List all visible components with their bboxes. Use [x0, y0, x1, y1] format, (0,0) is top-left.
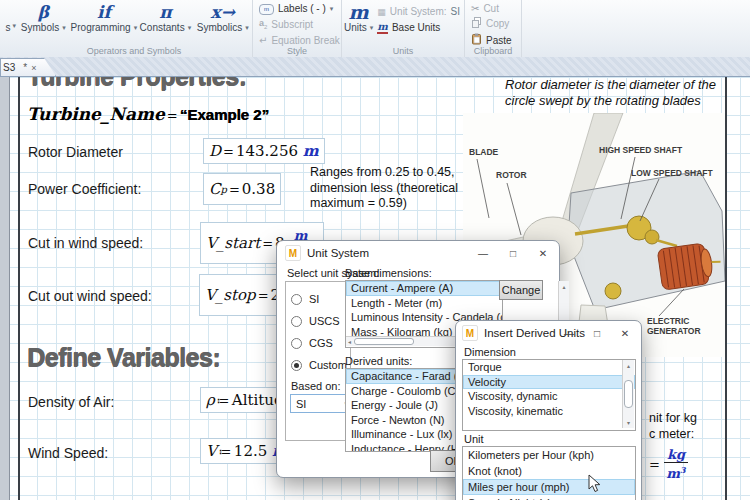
group-style: m Labels ( - ) ▾ a2 Subscript ↵ Equation…	[253, 0, 342, 57]
list-item[interactable]: Speed of light (c)	[463, 495, 635, 500]
maximize-icon[interactable]: □	[583, 321, 611, 345]
density-label[interactable]: Density of Air:	[28, 394, 114, 410]
radio-icon	[291, 338, 302, 349]
electric-generator-label2: GENERATOR	[647, 326, 701, 336]
scrollbar-thumb[interactable]	[354, 338, 414, 345]
list-item[interactable]: Viscosity, dynamic	[463, 389, 635, 404]
power-coefficient-expression[interactable]: Cp=0.38	[203, 173, 281, 205]
chevron-down-icon: ▾	[370, 22, 374, 34]
group-units: m Units▾ ▦ Unit System: SI m Base Units …	[342, 0, 465, 57]
radio-icon	[291, 294, 302, 305]
mathcad-window: s ▾ β Symbols▾ if Programming▾ π Constan…	[0, 0, 750, 500]
unit-system-icon: ▦	[377, 6, 386, 18]
turbine-name-expression[interactable]: Turbine_Name=“Example 2”	[27, 104, 269, 124]
change-button[interactable]: Change	[499, 280, 543, 300]
gearbox-gear-small	[645, 230, 659, 244]
units-button[interactable]: m Units▾	[342, 0, 375, 34]
group-label: Operators and Symbols	[16, 46, 252, 56]
programming-button[interactable]: if Programming▾	[71, 0, 138, 34]
list-item[interactable]: Current - Ampere (A)	[346, 281, 502, 296]
dimension-list-scrollbar[interactable]: ▴ ▾	[622, 360, 634, 428]
partial-button-label: s	[5, 22, 10, 33]
minimize-icon[interactable]: —	[469, 241, 497, 265]
list-item[interactable]: Torque	[463, 360, 635, 375]
scissors-icon: ✂	[471, 3, 479, 15]
copy-icon	[471, 17, 482, 31]
chevron-down-icon: ▾	[62, 22, 66, 34]
mouse-cursor	[588, 474, 601, 493]
tab-close-icon[interactable]: ×	[31, 63, 36, 73]
unit-system-indicator: ▦ Unit System: SI	[377, 6, 460, 18]
wind-speed-label[interactable]: Wind Speed:	[28, 445, 108, 461]
group-clipboard: ✂ Cut Copy Paste Clipboard	[465, 0, 522, 57]
density-unit-expression[interactable]: = kg m3	[647, 448, 688, 481]
cut-out-label[interactable]: Cut out wind speed:	[28, 288, 152, 304]
radio-si[interactable]: SI	[291, 293, 319, 305]
page-border-left	[18, 57, 20, 500]
ribbon-partial-button[interactable]: s ▾	[0, 0, 16, 33]
scroll-down-icon[interactable]: ▾	[627, 419, 630, 426]
rotor-diameter-label[interactable]: Rotor Diameter	[28, 144, 123, 160]
constants-button[interactable]: π Constants▾	[137, 0, 193, 34]
rotor-diameter-note[interactable]: Rotor diameter is the diameter of the ci…	[505, 77, 716, 109]
base-units-button[interactable]: m Base Units	[377, 22, 460, 34]
radio-cgs[interactable]: CGS	[291, 337, 333, 349]
copy-button[interactable]: Copy	[471, 17, 512, 31]
list-item[interactable]: Velocity	[463, 375, 635, 390]
list-item[interactable]: Length - Meter (m)	[346, 296, 502, 311]
chevron-down-icon: ▾	[188, 22, 192, 34]
mathcad-app-icon: M	[462, 325, 478, 341]
low-speed-shaft-label: LOW SPEED SHAFT	[631, 168, 714, 178]
blade-label: BLADE	[469, 147, 499, 157]
close-icon[interactable]: ✕	[529, 241, 557, 265]
yaw-gear	[605, 283, 621, 299]
ribbon: s ▾ β Symbols▾ if Programming▾ π Constan…	[0, 0, 750, 58]
page-border-right	[725, 57, 727, 500]
subscript-icon: a2	[259, 17, 267, 33]
modified-indicator: *	[23, 62, 27, 73]
list-item[interactable]: Miles per hour (mph)	[463, 479, 635, 495]
cut-in-label[interactable]: Cut in wind speed:	[28, 235, 143, 251]
worksheet-tab[interactable]: S3 * ×	[0, 58, 56, 76]
base-units-icon: m	[377, 22, 388, 34]
left-margin	[0, 57, 10, 500]
radio-custom[interactable]: Custom	[291, 359, 347, 371]
minimize-icon[interactable]: —	[555, 321, 583, 345]
cut-button[interactable]: ✂ Cut	[471, 3, 512, 15]
cp-range-note[interactable]: Ranges from 0.25 to 0.45, dimension less…	[310, 165, 458, 212]
group-label: Clipboard	[465, 46, 521, 56]
worksheet-tab-strip: S3 * ×	[0, 57, 750, 77]
subscript-button[interactable]: a2 Subscript	[259, 17, 340, 33]
rotor-diameter-expression[interactable]: D=143.256 m	[203, 138, 325, 164]
unit-system-value: SI	[451, 6, 460, 18]
group-label: Units	[342, 46, 464, 56]
scroll-up-icon[interactable]: ▴	[562, 283, 565, 290]
radio-uscs[interactable]: USCS	[291, 315, 340, 327]
list-item[interactable]: Kilometers per Hour (kph)	[463, 447, 635, 463]
scrollbar-thumb[interactable]	[624, 380, 633, 408]
high-speed-shaft-label: HIGH SPEED SHAFT	[599, 145, 683, 155]
close-icon[interactable]: ✕	[611, 321, 639, 345]
rotor-label: ROTOR	[496, 170, 527, 180]
labels-button[interactable]: m Labels ( - ) ▾	[259, 3, 340, 15]
group-label: Style	[253, 46, 341, 56]
based-on-combo[interactable]: SI ▾	[290, 394, 352, 413]
chevron-down-icon: ▾	[245, 22, 249, 34]
dimension-list[interactable]: TorqueVelocityViscosity, dynamicViscosit…	[462, 359, 636, 431]
pi-icon: π	[159, 2, 171, 22]
mathcad-app-icon: M	[285, 245, 301, 261]
unit-list[interactable]: Kilometers per Hour (kph)Knot (knot)Mile…	[462, 446, 636, 500]
list-item[interactable]: Knot (knot)	[463, 463, 635, 479]
insert-derived-units-dialog: M Insert Derived Units — □ ✕ Dimension T…	[455, 320, 642, 500]
scroll-left-icon[interactable]: ◂	[348, 338, 351, 345]
radio-icon	[291, 360, 302, 371]
list-item[interactable]: Viscosity, kinematic	[463, 404, 635, 419]
group-operators-and-symbols: β Symbols▾ if Programming▾ π Constants▾ …	[16, 0, 253, 57]
symbols-button[interactable]: β Symbols▾	[16, 0, 71, 34]
scroll-up-icon[interactable]: ▴	[627, 362, 630, 369]
section-heading[interactable]: Define Variables:	[27, 343, 220, 372]
maximize-icon[interactable]: □	[499, 241, 527, 265]
label-tag-icon: m	[259, 4, 274, 15]
symbolics-button[interactable]: x→ Symbolics▾	[194, 0, 252, 34]
power-coefficient-label[interactable]: Power Coefficient:	[28, 181, 141, 197]
